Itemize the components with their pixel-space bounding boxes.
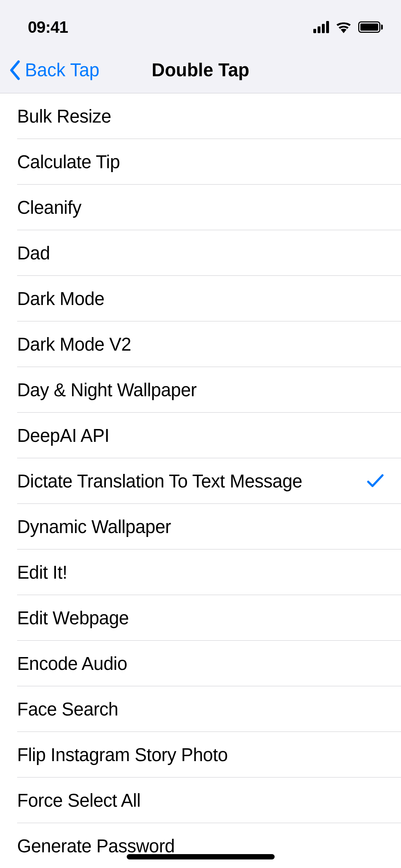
list-item-label: Flip Instagram Story Photo xyxy=(17,744,228,765)
list-item-label: DeepAI API xyxy=(17,425,109,446)
list-item-label: Generate Password xyxy=(17,836,175,857)
list-item[interactable]: Edit Webpage xyxy=(0,595,401,641)
wifi-icon xyxy=(335,21,352,33)
list-item[interactable]: Dad xyxy=(0,230,401,276)
battery-icon xyxy=(358,21,383,33)
list-item[interactable]: Force Select All xyxy=(0,777,401,823)
list-item-label: Dark Mode xyxy=(17,288,104,309)
list-item-label: Calculate Tip xyxy=(17,151,120,172)
list-item[interactable]: Dictate Translation To Text Message xyxy=(0,458,401,504)
list-item-label: Edit Webpage xyxy=(17,608,129,629)
back-label: Back Tap xyxy=(25,60,99,81)
list-item[interactable]: Cleanify xyxy=(0,185,401,230)
back-button[interactable]: Back Tap xyxy=(0,60,99,81)
list-item[interactable]: Encode Audio xyxy=(0,641,401,686)
list-item[interactable]: Bulk Resize xyxy=(0,93,401,139)
status-icons xyxy=(313,21,383,33)
status-time: 09:41 xyxy=(28,17,68,37)
list-item-label: Dictate Translation To Text Message xyxy=(17,471,302,492)
list-item[interactable]: Calculate Tip xyxy=(0,139,401,185)
list-item-label: Edit It! xyxy=(17,562,67,583)
list-item[interactable]: Face Search xyxy=(0,686,401,732)
list-item-label: Face Search xyxy=(17,699,118,720)
list-item[interactable]: Generate Password xyxy=(0,823,401,868)
list-item[interactable]: Dynamic Wallpaper xyxy=(0,504,401,549)
list-item[interactable]: Flip Instagram Story Photo xyxy=(0,732,401,777)
list-item[interactable]: Dark Mode V2 xyxy=(0,321,401,367)
status-bar: 09:41 xyxy=(0,0,401,47)
list-item-label: Dark Mode V2 xyxy=(17,334,131,355)
list-item[interactable]: DeepAI API xyxy=(0,413,401,458)
home-indicator[interactable] xyxy=(127,854,274,859)
navigation-bar: Back Tap Double Tap xyxy=(0,47,401,93)
list-item-label: Day & Night Wallpaper xyxy=(17,379,196,401)
list-item[interactable]: Day & Night Wallpaper xyxy=(0,367,401,413)
chevron-back-icon xyxy=(9,60,21,80)
list-content[interactable]: Bulk ResizeCalculate TipCleanifyDadDark … xyxy=(0,93,401,868)
list-item-label: Force Select All xyxy=(17,790,140,811)
list-item-label: Dad xyxy=(17,243,50,264)
list-item-label: Bulk Resize xyxy=(17,106,111,127)
settings-list: Bulk ResizeCalculate TipCleanifyDadDark … xyxy=(0,93,401,868)
page-title: Double Tap xyxy=(152,60,250,81)
list-item[interactable]: Edit It! xyxy=(0,549,401,595)
list-item[interactable]: Dark Mode xyxy=(0,276,401,321)
checkmark-icon xyxy=(367,473,384,489)
list-item-label: Encode Audio xyxy=(17,653,127,674)
list-item-label: Cleanify xyxy=(17,197,81,218)
cellular-icon xyxy=(313,21,329,33)
list-item-label: Dynamic Wallpaper xyxy=(17,516,171,537)
